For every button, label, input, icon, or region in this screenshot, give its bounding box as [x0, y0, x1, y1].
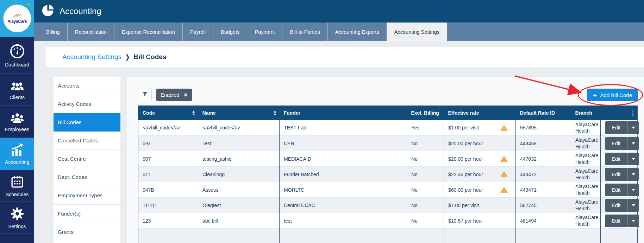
sidebar-item-dashboard[interactable]: Dashboard: [0, 37, 34, 74]
bill-codes-panel: Enabled ✕ + Add Bill Code Code: [127, 77, 644, 243]
module-tab[interactable]: Accounting Exports: [327, 23, 387, 41]
subnav-item[interactable]: Dept. Codes: [54, 168, 120, 186]
warning-icon: !: [500, 187, 508, 193]
employees-people-icon: [10, 111, 25, 124]
warning-icon: !: [500, 171, 508, 178]
sort-icon[interactable]: [192, 111, 195, 115]
column-header: Excl. Billing: [407, 106, 444, 120]
cell-default-rate-id: 443471: [516, 182, 571, 198]
module-tab[interactable]: Reconciliation: [67, 23, 114, 41]
cell-branch: AlayaCare Health: [571, 182, 601, 198]
edit-dropdown-button[interactable]: [627, 153, 639, 165]
edit-button[interactable]: Edit: [605, 168, 627, 181]
cell-default-rate-id: 443458: [516, 136, 571, 151]
cell-excl-billing: No: [407, 136, 444, 151]
module-tab[interactable]: Expense Reconciliation: [114, 23, 182, 41]
sidebar-item-clients[interactable]: Clients: [0, 74, 34, 106]
filter-button[interactable]: [138, 89, 152, 101]
edit-button[interactable]: Edit: [605, 199, 627, 212]
edit-button[interactable]: Edit: [605, 121, 627, 134]
edit-dropdown-button[interactable]: [627, 137, 639, 150]
module-tab[interactable]: Billing: [39, 23, 67, 41]
kebab-menu-icon[interactable]: [632, 110, 634, 116]
cell-default-rate-id: 443472: [516, 167, 571, 182]
subnav-item[interactable]: Grants: [54, 223, 120, 241]
dashboard-gauge-icon: [9, 43, 25, 59]
table-row: 123` abc bill test No $10.57 per hour 48…: [138, 213, 638, 229]
edit-dropdown-button[interactable]: [627, 199, 639, 212]
caret-down-icon: [632, 189, 635, 193]
add-button-label: Add Bill Code: [600, 92, 632, 98]
edit-dropdown-button[interactable]: [627, 168, 639, 181]
module-tab-bar: Billing Reconciliation Expense Reconcili…: [34, 23, 644, 41]
caret-down-icon: [632, 127, 635, 130]
top-header: Accounting: [34, 0, 644, 23]
cell-name: Assess: [198, 182, 280, 198]
subnav-item[interactable]: Activity Codes: [54, 95, 120, 113]
cell-effective-rate: $20.00 per hour !: [444, 151, 516, 167]
cell-effective-rate: $1.00 per visit !: [444, 120, 516, 136]
effective-rate-value: $7.00 per visit: [448, 203, 479, 208]
chip-label: Enabled: [161, 92, 179, 98]
close-icon[interactable]: ✕: [183, 92, 188, 98]
edit-button[interactable]: Edit: [605, 137, 627, 150]
subnav-item[interactable]: Funder(s): [54, 205, 120, 223]
sort-icon[interactable]: [274, 111, 276, 115]
sidebar-item-label: Settings: [8, 224, 26, 229]
edit-dropdown-button[interactable]: [627, 215, 639, 227]
edit-button[interactable]: Edit: [605, 184, 627, 196]
edit-dropdown-button[interactable]: [627, 121, 639, 134]
edit-button[interactable]: Edit: [605, 215, 627, 227]
sidebar-item-label: Employees: [5, 127, 29, 132]
module-tab[interactable]: Accounting Settings: [387, 23, 447, 41]
effective-rate-value: $20.00 per hour: [448, 141, 483, 146]
table-row: 047B Assess MOHLTC No $60.00 per hour ! …: [138, 182, 638, 198]
add-bill-code-button[interactable]: + Add Bill Code: [587, 89, 638, 101]
subnav-item[interactable]: Accounts: [54, 77, 120, 95]
column-header: Code: [138, 106, 198, 120]
effective-rate-value: $22.36 per hour: [448, 172, 483, 177]
cell-name: <a>bill_code</a>: [198, 120, 280, 136]
cell-default-rate-id: 562745: [516, 198, 571, 213]
module-tab[interactable]: Payroll: [182, 23, 213, 41]
calendar-icon: [10, 174, 25, 189]
cell-excl-billing: Yes: [407, 120, 444, 136]
table-row-partial: [138, 229, 638, 243]
table-row: 007 testing_ashiq MEDIACAID No $20.00 pe…: [138, 151, 638, 167]
cell-code: 111111: [138, 198, 198, 213]
column-header: Name: [198, 106, 280, 120]
caret-down-icon: [632, 204, 635, 208]
table-row: 0-0 Test CEN No $20.00 per hour 443458 A…: [138, 136, 638, 151]
cell-effective-rate: $10.57 per hour: [444, 213, 516, 229]
warning-icon: !: [500, 124, 508, 131]
effective-rate-value: $20.00 per hour: [448, 156, 483, 162]
filter-chip-enabled[interactable]: Enabled ✕: [156, 89, 192, 101]
cell-excl-billing: No: [407, 151, 444, 167]
settings-subnav: Accounts Activity Codes Bill Codes Cance…: [54, 77, 120, 243]
cell-actions: Edit: [601, 136, 638, 151]
column-header-label: Excl. Billing: [411, 110, 439, 116]
cell-branch: AlayaCare Health: [571, 167, 601, 182]
cell-branch: AlayaCare Health: [571, 151, 601, 167]
module-tab[interactable]: Bill-to Parties: [282, 23, 327, 41]
subnav-item[interactable]: Bill Codes: [54, 113, 120, 132]
module-tab[interactable]: Payment: [247, 23, 282, 41]
breadcrumb-current: Bill Codes: [134, 53, 167, 61]
subnav-item[interactable]: Cost Centre: [54, 150, 120, 168]
sidebar-item-employees[interactable]: Employees: [0, 106, 34, 138]
edit-dropdown-button[interactable]: [627, 184, 639, 196]
module-tab[interactable]: Budgets: [213, 23, 247, 41]
column-header: Branch: [571, 106, 601, 120]
cell-name: Test: [198, 136, 280, 151]
caret-down-icon: [632, 220, 635, 224]
edit-button[interactable]: Edit: [605, 153, 627, 165]
subnav-item[interactable]: Employment Types: [54, 186, 120, 205]
column-header: [601, 106, 638, 120]
sidebar-item-accounting[interactable]: Accounting: [0, 138, 34, 170]
logo-wordmark: AlayaCare: [7, 19, 27, 24]
caret-down-icon: [632, 173, 635, 177]
sidebar-item-settings[interactable]: Settings: [0, 202, 34, 234]
subnav-item[interactable]: Cancelled Codes: [54, 132, 120, 150]
sidebar-item-schedules[interactable]: Schedules: [0, 170, 34, 202]
breadcrumb-parent-link[interactable]: Accounting Settings: [62, 53, 121, 61]
